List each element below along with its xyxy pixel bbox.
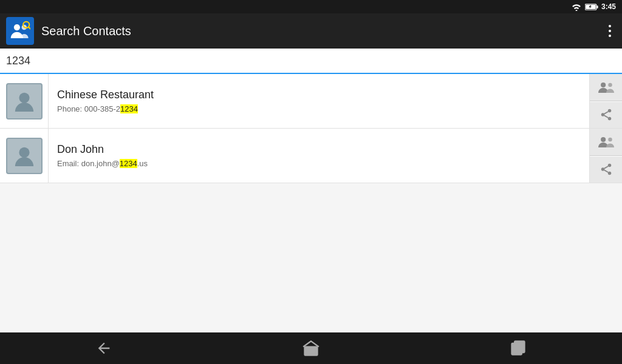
contact-detail-1: Phone: 000-385-21234 (57, 104, 581, 113)
detail-suffix-2: .us (137, 159, 148, 168)
time-display: 3:45 (601, 2, 616, 11)
overflow-dot-1 (609, 25, 611, 27)
detail-label-2: Email: don.john@ (57, 159, 120, 168)
contact-name-2: Don John (57, 143, 581, 156)
share-button-2[interactable] (590, 157, 622, 183)
contact-info-2: Don John Email: don.john@1234.us (49, 129, 589, 183)
contact-item: Chinese Restaurant Phone: 000-385-21234 (0, 74, 622, 129)
contact-name-1: Chinese Restaurant (57, 89, 581, 101)
share-icon-2 (600, 163, 613, 176)
app-icon (6, 17, 34, 45)
detail-highlight-1: 1234 (120, 104, 138, 113)
svg-point-17 (608, 137, 612, 141)
overflow-dot-3 (609, 35, 611, 37)
svg-point-15 (19, 147, 29, 157)
share-button-1[interactable] (590, 102, 622, 129)
svg-point-3 (14, 24, 20, 30)
group-icon-1 (598, 81, 614, 94)
svg-point-18 (607, 164, 611, 167)
contact-avatar-1 (0, 74, 49, 128)
person-icon-2 (13, 144, 36, 167)
recents-button[interactable] (497, 335, 539, 362)
svg-point-7 (19, 92, 29, 103)
overflow-dot-2 (609, 30, 611, 32)
svg-rect-1 (596, 5, 598, 8)
svg-line-14 (604, 112, 607, 114)
contact-group-button-1[interactable] (590, 74, 622, 101)
svg-line-13 (604, 116, 607, 118)
avatar-image-2 (6, 138, 43, 174)
detail-highlight-2: 1234 (120, 159, 137, 168)
svg-point-9 (608, 83, 612, 87)
contact-actions-2 (589, 129, 622, 183)
svg-line-22 (604, 166, 607, 169)
app-logo-icon (10, 21, 30, 41)
group-icon-2 (598, 135, 614, 149)
svg-point-10 (607, 109, 611, 113)
detail-label-1: Phone: 000-385-2 (57, 104, 120, 113)
status-icons: 3:45 (571, 2, 616, 11)
overflow-menu-button[interactable] (604, 22, 616, 39)
svg-line-21 (604, 170, 607, 173)
share-icon-1 (600, 108, 613, 121)
home-icon (302, 340, 320, 357)
back-icon (95, 340, 112, 357)
recents-icon (510, 340, 527, 357)
svg-rect-23 (304, 347, 317, 356)
app-title: Search Contacts (41, 24, 596, 38)
svg-rect-25 (514, 341, 524, 352)
wifi-icon (571, 2, 582, 11)
app-bar: Search Contacts (0, 13, 622, 49)
contact-list: Chinese Restaurant Phone: 000-385-21234 (0, 74, 622, 332)
svg-point-8 (601, 83, 606, 87)
battery-icon (585, 3, 598, 11)
contact-detail-2: Email: don.john@1234.us (57, 159, 581, 168)
contact-actions-1 (589, 74, 622, 128)
contact-item-2: Don John Email: don.john@1234.us (0, 129, 622, 183)
person-icon-1 (13, 90, 36, 113)
svg-point-12 (607, 117, 611, 121)
contact-avatar-2 (0, 129, 49, 183)
contact-info-1: Chinese Restaurant Phone: 000-385-21234 (49, 74, 589, 128)
svg-point-20 (607, 172, 611, 175)
avatar-image-1 (6, 83, 43, 120)
nav-bar (0, 332, 622, 364)
back-button[interactable] (83, 335, 125, 362)
contact-group-button-2[interactable] (590, 129, 622, 156)
search-bar (0, 49, 622, 74)
status-bar: 3:45 (0, 0, 622, 13)
svg-line-6 (29, 27, 30, 29)
svg-point-16 (601, 137, 606, 142)
svg-point-11 (601, 113, 604, 117)
home-button[interactable] (290, 335, 332, 362)
svg-point-19 (601, 168, 604, 172)
search-input[interactable] (6, 55, 616, 67)
